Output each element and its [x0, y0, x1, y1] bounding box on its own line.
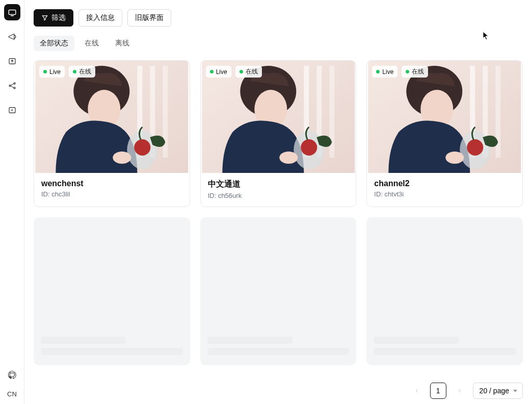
status-tabs: 全部状态 在线 离线: [34, 36, 523, 51]
online-badge: 在线: [69, 66, 95, 78]
chevron-left-icon: [414, 388, 420, 394]
sidebar-item-github[interactable]: [4, 367, 20, 383]
svg-point-24: [279, 152, 298, 164]
tab-offline[interactable]: 离线: [109, 36, 136, 51]
channel-card[interactable]: Live 在线 channel2 ID: chtvt3i: [366, 60, 523, 207]
badges: Live 在线: [39, 66, 95, 78]
online-badge: 在线: [402, 66, 428, 78]
channel-title: wenchenst: [41, 179, 182, 188]
thumbnail-image: [34, 61, 190, 173]
live-badge: Live: [372, 66, 397, 78]
tab-all-status[interactable]: 全部状态: [34, 36, 74, 51]
skeleton-image: [200, 217, 357, 331]
channel-thumbnail: Live 在线: [367, 61, 522, 173]
tab-online[interactable]: 在线: [78, 36, 105, 51]
channel-card[interactable]: Live 在线 wenchenst ID: chc3lil: [34, 60, 190, 207]
sidebar-bottom: CN: [4, 367, 20, 398]
svg-rect-0: [9, 10, 16, 15]
page-size-select[interactable]: 20 / page: [473, 383, 523, 399]
share-icon: [8, 81, 17, 90]
svg-point-3: [9, 85, 11, 87]
channel-thumbnail: Live 在线: [34, 61, 190, 173]
access-info-button[interactable]: 接入信息: [78, 9, 122, 27]
live-label: Live: [382, 68, 393, 75]
live-label: Live: [216, 68, 227, 75]
svg-point-23: [301, 139, 317, 156]
skeleton-lines: [366, 331, 523, 365]
channel-title: channel2: [374, 179, 515, 188]
github-icon: [8, 370, 17, 380]
skeleton-image: [34, 217, 190, 331]
skeleton-card: [366, 217, 523, 365]
pagination-prev[interactable]: [409, 383, 425, 399]
skeleton-line: [207, 348, 350, 355]
pagination-next[interactable]: [451, 383, 468, 399]
filter-label: 筛选: [51, 13, 66, 22]
skeleton-lines: [200, 331, 357, 365]
upload-icon: [8, 57, 17, 66]
live-badge: Live: [206, 66, 231, 78]
sidebar-item-broadcast[interactable]: [4, 29, 20, 45]
skeleton-line: [207, 337, 292, 344]
channel-grid: Live 在线 wenchenst ID: chc3lil: [34, 60, 523, 365]
status-dot-icon: [43, 70, 47, 73]
channel-id: ID: ch56urk: [208, 192, 349, 199]
skeleton-card: [200, 217, 357, 365]
online-badge: 在线: [235, 66, 262, 78]
filter-icon: [41, 14, 48, 21]
skeleton-image: [366, 217, 523, 331]
skeleton-lines: [34, 331, 190, 365]
svg-point-15: [113, 152, 131, 164]
svg-point-4: [14, 83, 15, 84]
sidebar-item-upload[interactable]: [4, 53, 20, 69]
badges: Live 在线: [372, 66, 428, 78]
status-dot-icon: [406, 70, 409, 73]
thumbnail-image: [201, 61, 356, 173]
sidebar-item-collapse[interactable]: [4, 102, 20, 118]
svg-point-33: [446, 152, 464, 164]
status-dot-icon: [240, 70, 243, 73]
channel-thumbnail: Live 在线: [201, 61, 356, 173]
badges: Live 在线: [206, 66, 262, 78]
svg-point-14: [134, 139, 150, 156]
sidebar: CN: [0, 0, 24, 404]
channel-card[interactable]: Live 在线 中文通道 ID: ch56urk: [200, 60, 357, 207]
svg-rect-6: [9, 108, 15, 113]
status-dot-icon: [73, 70, 76, 73]
card-body: 中文通道 ID: ch56urk: [201, 173, 356, 207]
status-dot-icon: [376, 70, 380, 73]
skeleton-line: [374, 337, 459, 344]
skeleton-line: [41, 337, 126, 344]
card-body: channel2 ID: chtvt3i: [367, 173, 522, 205]
live-label: Live: [49, 68, 61, 75]
sidebar-top: [4, 4, 20, 118]
page-size-label: 20 / page: [480, 387, 509, 395]
sidebar-item-channels[interactable]: [4, 4, 20, 20]
language-toggle[interactable]: CN: [7, 390, 17, 398]
channel-id: ID: chc3lil: [41, 190, 182, 198]
card-body: wenchenst ID: chc3lil: [34, 173, 190, 205]
online-label: 在线: [412, 67, 424, 76]
main-area: 筛选 接入信息 旧版界面 全部状态 在线 离线: [24, 0, 532, 404]
toolbar: 筛选 接入信息 旧版界面: [34, 9, 523, 27]
megaphone-icon: [8, 32, 17, 41]
skeleton-line: [41, 348, 183, 355]
svg-point-5: [14, 87, 15, 89]
status-dot-icon: [210, 70, 214, 73]
filter-button[interactable]: 筛选: [34, 9, 73, 27]
sidebar-collapse-icon: [8, 106, 17, 115]
online-label: 在线: [246, 67, 258, 76]
thumbnail-image: [367, 61, 522, 173]
svg-point-32: [467, 139, 484, 156]
tv-icon: [8, 8, 17, 17]
skeleton-card: [34, 217, 190, 365]
pagination-page-1[interactable]: 1: [430, 383, 446, 399]
chevron-right-icon: [457, 388, 463, 394]
legacy-ui-button[interactable]: 旧版界面: [127, 9, 171, 27]
channel-title: 中文通道: [208, 179, 349, 190]
channel-id: ID: chtvt3i: [374, 190, 515, 198]
online-label: 在线: [79, 67, 91, 76]
sidebar-item-network[interactable]: [4, 78, 20, 94]
skeleton-line: [374, 348, 516, 355]
live-badge: Live: [39, 66, 65, 78]
